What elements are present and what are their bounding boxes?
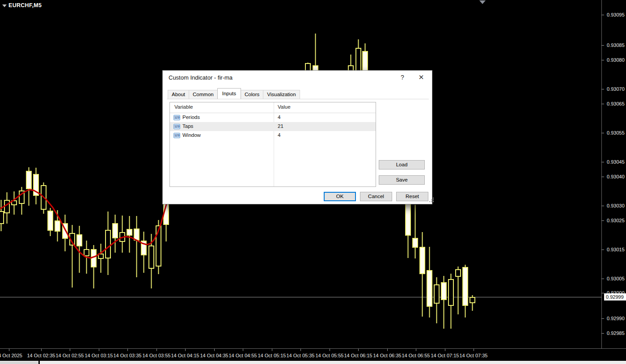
candle <box>427 247 432 317</box>
table-row[interactable]: 123Taps21 <box>170 122 376 131</box>
candle <box>470 295 475 311</box>
tab-about[interactable]: About <box>168 90 189 99</box>
candle <box>127 216 132 253</box>
time-axis-tick <box>99 349 99 351</box>
candle-body <box>134 229 139 240</box>
candle-body <box>456 270 461 276</box>
candle-body <box>149 246 154 268</box>
ok-button[interactable]: OK <box>324 192 356 201</box>
candle-body <box>406 202 410 235</box>
tab-inputs[interactable]: Inputs <box>217 88 241 99</box>
price-axis-label: 0.93045 <box>607 159 625 165</box>
tab-page-divider <box>167 99 429 99</box>
time-axis-label: 14 Oct 07:15 <box>431 353 459 358</box>
candle <box>48 208 53 236</box>
candle-body <box>470 297 475 303</box>
candle-body <box>106 230 110 258</box>
table-row[interactable]: 123Periods4 <box>170 113 376 122</box>
candle <box>441 276 446 329</box>
resize-grip[interactable] <box>429 201 430 202</box>
horizontal-scrollbar[interactable] <box>0 360 626 364</box>
time-axis-label: 14 Oct 02:55 <box>56 353 84 358</box>
time-axis-label: 14 Oct 07:35 <box>460 353 488 358</box>
candle <box>0 200 4 231</box>
time-axis[interactable]: 14 Oct 202514 Oct 02:3514 Oct 02:5514 Oc… <box>0 349 626 360</box>
scrollbar-track[interactable] <box>40 361 626 364</box>
save-button[interactable]: Save <box>379 175 425 185</box>
time-axis-label: 14 Oct 05:55 <box>316 353 344 358</box>
time-axis-tick <box>330 349 330 351</box>
price-axis-tick <box>601 89 604 89</box>
table-header: Variable Value <box>170 102 376 113</box>
chart-shift-marker-icon[interactable] <box>479 0 486 4</box>
price-axis-label: 0.93015 <box>607 247 625 253</box>
custom-indicator-dialog: Custom Indicator - fir-ma ? ✕ AboutCommo… <box>162 70 432 204</box>
price-axis-label: 0.92985 <box>607 330 625 336</box>
candle-body <box>420 247 425 274</box>
price-axis-label: 0.93040 <box>607 174 625 180</box>
parameters-table: Variable Value 123Periods4123Taps21123Wi… <box>169 102 376 187</box>
candle <box>448 274 453 329</box>
candle-body <box>434 285 439 303</box>
price-axis-label: 0.93025 <box>607 218 625 224</box>
reset-button[interactable]: Reset <box>396 192 428 201</box>
price-axis-label: 0.93065 <box>607 101 625 107</box>
parameter-name: Taps <box>182 123 193 129</box>
parameter-value[interactable]: 4 <box>278 114 280 120</box>
candle <box>120 216 125 253</box>
candle <box>70 225 75 288</box>
time-axis-label: 14 Oct 03:55 <box>143 353 171 358</box>
tab-colors[interactable]: Colors <box>241 90 263 99</box>
time-axis-tick <box>272 349 272 351</box>
candle-body <box>413 238 418 247</box>
parameter-name: Periods <box>182 114 200 120</box>
price-axis-label: 0.93055 <box>607 130 625 136</box>
time-axis-label: 14 Oct 06:35 <box>373 353 402 358</box>
tab-visualization[interactable]: Visualization <box>263 90 300 99</box>
tab-common[interactable]: Common <box>189 90 218 99</box>
parameter-name: Window <box>182 132 201 138</box>
dialog-title: Custom Indicator - fir-ma <box>169 74 233 81</box>
tab-bar: AboutCommonInputsColorsVisualization <box>168 89 300 99</box>
candle-body <box>113 224 118 238</box>
candle <box>106 212 110 275</box>
time-axis-tick <box>243 349 243 351</box>
table-row[interactable]: 123Window4 <box>170 131 376 140</box>
price-axis-label: 0.93095 <box>607 12 625 18</box>
candle <box>134 216 139 277</box>
price-axis-tick <box>601 177 604 177</box>
cancel-button[interactable]: Cancel <box>360 192 392 201</box>
price-axis-label: 0.92990 <box>607 316 625 322</box>
column-header-variable: Variable <box>174 104 193 110</box>
scrollbar-thumb[interactable] <box>0 361 38 364</box>
candle <box>34 168 38 204</box>
load-button[interactable]: Load <box>379 160 425 169</box>
dialog-titlebar[interactable]: Custom Indicator - fir-ma ? ✕ <box>163 71 432 85</box>
time-axis-label: 14 Oct 06:55 <box>402 353 430 358</box>
numeric-parameter-icon: 123 <box>173 115 180 120</box>
candle-body <box>0 212 4 224</box>
price-axis-tick <box>601 333 604 334</box>
time-axis-tick <box>9 349 9 351</box>
price-axis-tick <box>601 15 604 15</box>
numeric-parameter-icon: 123 <box>173 133 180 138</box>
candle <box>113 215 118 253</box>
price-axis-tick <box>601 220 604 221</box>
time-axis-tick <box>474 349 474 351</box>
parameter-value[interactable]: 4 <box>278 132 280 138</box>
help-button[interactable]: ? <box>394 71 410 84</box>
candle-body <box>48 211 53 230</box>
candle <box>434 277 439 323</box>
time-axis-tick <box>358 349 359 351</box>
candle-body <box>127 229 132 235</box>
time-axis-label: 14 Oct 02:35 <box>27 353 55 358</box>
time-axis-label: 14 Oct 2025 <box>0 353 22 358</box>
time-axis-tick <box>185 349 186 351</box>
candle <box>4 192 9 224</box>
candle-body <box>4 200 9 213</box>
time-axis-tick <box>156 349 157 351</box>
parameter-value[interactable]: 21 <box>278 123 283 129</box>
time-axis-label: 14 Oct 04:55 <box>229 353 257 358</box>
candle <box>12 191 17 215</box>
close-icon[interactable]: ✕ <box>412 71 430 84</box>
